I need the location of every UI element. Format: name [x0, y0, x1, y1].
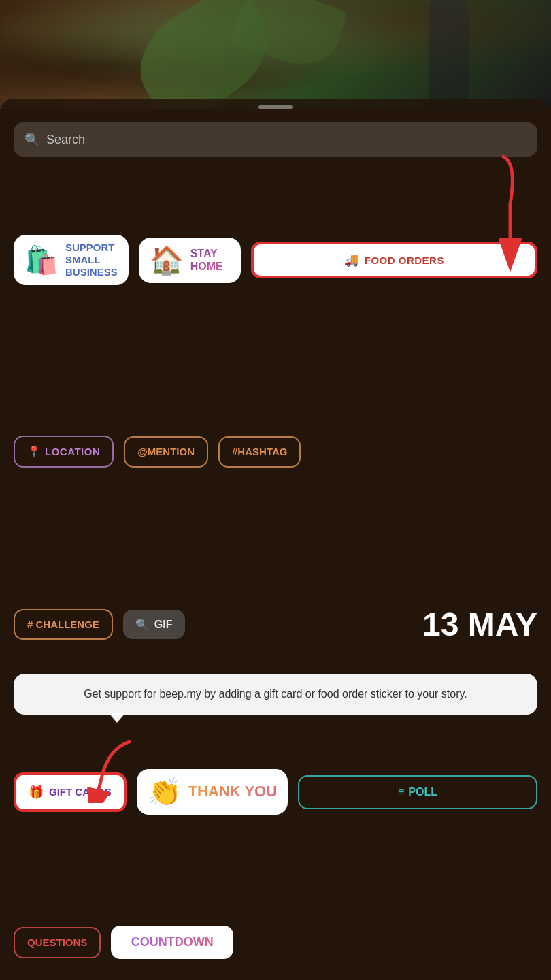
sticker-row-tags: 📍 LOCATION @MENTION #HASHTAG — [14, 436, 537, 468]
sticker-row-featured: 🛍️ SUPPORTSMALLBUSINESS 🏠 STAYHOME 🚚 FOO… — [14, 235, 537, 285]
date-label: 13 MAY — [422, 606, 537, 642]
stay-home-sticker[interactable]: 🏠 STAYHOME — [139, 238, 241, 283]
bottom-sheet — [0, 99, 551, 980]
gift-cards-label: GIFT CARDS — [49, 786, 112, 798]
hashtag-sticker[interactable]: #HASHTAG — [218, 436, 301, 468]
gift-icon: 🎁 — [29, 785, 44, 800]
tooltip-text: Get support for beep.my by adding a gift… — [29, 686, 522, 702]
poll-label: POLL — [408, 786, 437, 798]
heart-house-icon: 🏠 — [150, 244, 184, 276]
mention-sticker[interactable]: @MENTION — [124, 436, 208, 468]
mention-label: @MENTION — [137, 446, 195, 457]
gift-cards-sticker[interactable]: 🎁 GIFT CARDS — [14, 772, 127, 812]
questions-label: QUESTIONS — [27, 936, 87, 948]
poll-sticker[interactable]: ≡ POLL — [298, 775, 537, 809]
truck-icon: 🚚 — [344, 252, 359, 267]
support-small-business-sticker[interactable]: 🛍️ SUPPORTSMALLBUSINESS — [14, 235, 129, 285]
thank-you-sticker[interactable]: 👏 THANK YOU — [137, 769, 288, 815]
search-gif-icon: 🔍 — [135, 618, 149, 631]
food-orders-sticker[interactable]: 🚚 FOOD ORDERS — [251, 242, 537, 278]
support-small-business-label: SUPPORTSMALLBUSINESS — [65, 242, 118, 278]
clapping-icon: 👏 — [148, 776, 182, 808]
stay-home-label: STAYHOME — [190, 247, 223, 273]
tooltip-tail — [109, 713, 125, 723]
shopping-bag-icon: 🛍️ — [24, 244, 59, 276]
search-icon: 🔍 — [24, 132, 39, 147]
challenge-sticker[interactable]: # CHALLENGE — [14, 609, 113, 640]
gif-label: GIF — [154, 619, 173, 631]
countdown-label: COUNTDOWN — [131, 935, 214, 949]
pull-handle[interactable] — [258, 105, 293, 109]
food-orders-label: FOOD ORDERS — [365, 255, 444, 266]
list-icon: ≡ — [398, 786, 404, 798]
hashtag-label: #HASHTAG — [232, 446, 287, 457]
location-label: LOCATION — [45, 446, 100, 457]
date-sticker[interactable]: 13 MAY — [422, 606, 537, 643]
pin-icon: 📍 — [27, 445, 41, 458]
search-bar[interactable]: 🔍 Search — [14, 122, 537, 157]
challenge-label: # CHALLENGE — [27, 619, 99, 630]
search-input-placeholder: Search — [46, 133, 85, 147]
gif-sticker[interactable]: 🔍 GIF — [123, 610, 185, 639]
thank-you-label: THANK YOU — [188, 783, 277, 800]
questions-sticker[interactable]: QUESTIONS — [14, 927, 101, 958]
location-sticker[interactable]: 📍 LOCATION — [14, 436, 114, 468]
background-photo — [0, 0, 551, 109]
sticker-row-gifts: 🎁 GIFT CARDS 👏 THANK YOU ≡ POLL — [14, 769, 537, 815]
countdown-sticker[interactable]: COUNTDOWN — [111, 926, 233, 959]
sticker-row-interactive: QUESTIONS COUNTDOWN — [14, 926, 537, 959]
tooltip-bubble: Get support for beep.my by adding a gift… — [14, 674, 537, 715]
sticker-row-misc: # CHALLENGE 🔍 GIF 13 MAY — [14, 606, 537, 643]
